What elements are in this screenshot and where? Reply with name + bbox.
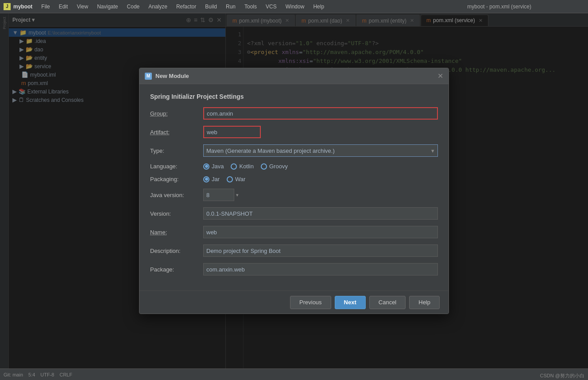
type-label: Type: [150,147,203,154]
form-row-language: Language: Java Kotlin Groovy [150,163,438,170]
menu-window[interactable]: Window [284,3,306,11]
cancel-button[interactable]: Cancel [369,296,406,309]
radio-kotlin-circle [231,163,237,170]
menu-bar: File Edit View Navigate Code Analyze Ref… [39,3,467,11]
java-version-arrow: ▾ [236,192,239,198]
version-label: Version: [150,210,203,217]
packaging-jar[interactable]: Jar [203,176,220,182]
window-title: myboot - pom.xml (service) [467,4,531,10]
java-version-wrapper: 8 11 17 ▾ [203,189,239,201]
form-row-name: Name: [150,226,438,238]
form-row-version: Version: [150,207,438,220]
menu-tools[interactable]: Tools [243,3,259,11]
help-button[interactable]: Help [409,296,440,309]
previous-button[interactable]: Previous [290,296,331,309]
type-select-wrapper: Maven (Generate a Maven based project ar… [203,144,438,157]
app-icon: J [4,3,11,10]
description-label: Description: [150,248,203,254]
menu-help[interactable]: Help [311,3,326,11]
form-row-java-version: Java version: 8 11 17 ▾ [150,189,438,201]
language-kotlin[interactable]: Kotlin [231,163,254,170]
next-button[interactable]: Next [335,296,366,309]
radio-groovy-label: Groovy [269,163,288,170]
language-java[interactable]: Java [203,163,224,170]
form-row-type: Type: Maven (Generate a Maven based proj… [150,144,438,157]
section-title: Spring Initializr Project Settings [150,93,438,100]
radio-java-label: Java [212,163,224,170]
menu-code[interactable]: Code [125,3,142,11]
form-row-packaging: Packaging: Jar War [150,176,438,182]
group-label: Group: [150,110,203,117]
modal-header: M New Module ✕ [139,68,449,84]
package-input[interactable] [203,263,438,275]
radio-war-label: War [235,176,245,182]
radio-java-circle [203,163,209,170]
watermark: CSDN @努力的小白 [540,372,584,379]
menu-vcs[interactable]: VCS [264,3,279,11]
status-lf: CRLF [59,372,72,377]
java-version-select[interactable]: 8 11 17 [203,189,234,201]
form-row-description: Description: [150,244,438,257]
status-bar: Git: main 5:4 UTF-8 CRLF [0,368,588,380]
packaging-label: Packaging: [150,176,203,182]
name-input[interactable] [203,226,438,238]
packaging-radio-group: Jar War [203,176,245,182]
modal-title: New Module [155,73,189,79]
radio-jar-label: Jar [212,176,220,182]
status-line: 5:4 [28,372,35,377]
java-version-label: Java version: [150,192,203,198]
form-row-artifact: Artifact: [150,126,438,138]
menu-analyze[interactable]: Analyze [147,3,169,11]
language-label: Language: [150,163,203,170]
modal-close-button[interactable]: ✕ [437,72,443,80]
module-icon: M [145,73,152,80]
artifact-label: Artifact: [150,129,203,136]
menu-refactor[interactable]: Refactor [174,3,198,11]
modal-footer: Previous Next Cancel Help [139,291,449,314]
modal-body: Spring Initializr Project Settings Group… [139,84,449,291]
form-row-group: Group: [150,107,438,120]
language-radio-group: Java Kotlin Groovy [203,163,288,170]
group-input[interactable] [203,107,438,120]
language-groovy[interactable]: Groovy [261,163,288,170]
form-row-package: Package: [150,263,438,275]
menu-navigate[interactable]: Navigate [95,3,120,11]
menu-build[interactable]: Build [203,3,219,11]
description-input[interactable] [203,244,438,257]
package-label: Package: [150,266,203,273]
packaging-war[interactable]: War [227,176,245,182]
type-select[interactable]: Maven (Generate a Maven based project ar… [203,144,438,157]
radio-kotlin-label: Kotlin [239,163,254,170]
version-input[interactable] [203,207,438,220]
radio-groovy-circle [261,163,267,170]
title-bar: J myboot File Edit View Navigate Code An… [0,0,588,13]
modal-overlay: M New Module ✕ Spring Initializr Project… [0,13,588,368]
radio-jar-circle [203,176,209,182]
status-git: Git: main [4,372,23,377]
menu-edit[interactable]: Edit [57,3,70,11]
menu-view[interactable]: View [75,3,90,11]
menu-file[interactable]: File [39,3,51,11]
menu-run[interactable]: Run [224,3,237,11]
status-encoding: UTF-8 [40,372,54,377]
artifact-input[interactable] [203,126,261,138]
radio-war-circle [227,176,233,182]
app-name: myboot [13,4,32,10]
name-label: Name: [150,229,203,236]
new-module-dialog: M New Module ✕ Spring Initializr Project… [139,68,449,314]
